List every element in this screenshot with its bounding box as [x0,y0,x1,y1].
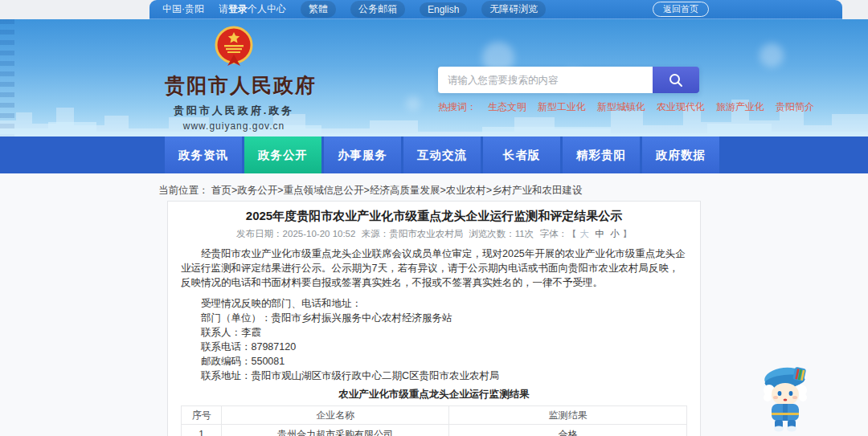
nav-item-zhengwuzixun[interactable]: 政务资讯 [165,137,242,173]
region-label[interactable]: 中国·贵阳 [162,2,204,16]
company-name: 贵州合力超市采购有限公司 [222,425,449,436]
view-count: 浏览次数：11次 [469,229,534,238]
mascot-character[interactable] [760,361,813,435]
search-input[interactable] [438,67,653,93]
article-meta: 发布日期：2025-10-20 10:52 来源：贵阳市农业农村局 浏览次数：1… [181,228,687,240]
breadcrumb-label: 当前位置： [158,185,209,196]
col-header-result: 监测结果 [449,406,687,425]
table-row: 1 贵州合力超市采购有限公司 合格 [182,425,687,436]
hot-word[interactable]: 贵阳简介 [776,100,814,114]
font-size-label: 字体：【 [539,229,576,238]
search-block: 热搜词： 生态文明 新型工业化 新型城镇化 农业现代化 旅游产业化 贵阳简介 [438,67,703,114]
font-size-small-button[interactable]: 小 [610,229,620,238]
hot-search-row: 热搜词： 生态文明 新型工业化 新型城镇化 农业现代化 旅游产业化 贵阳简介 [438,100,703,114]
table-header-row: 序号 企业名称 监测结果 [182,406,687,425]
hot-search-label: 热搜词： [438,100,477,114]
hot-word[interactable]: 旅游产业化 [716,100,764,114]
hot-word[interactable]: 新型工业化 [538,100,586,114]
article-title: 2025年度贵阳市农业产业化市级重点龙头企业运行监测和评定结果公示 [181,208,687,224]
monitor-result: 合格 [449,425,687,436]
breadcrumb-path[interactable]: 首页>政务公开>重点领域信息公开>经济高质量发展>农业农村>乡村产业和农田建设 [211,185,583,196]
site-url: www.guiyang.gov.cn [165,120,303,132]
publish-date: 发布日期：2025-10-20 10:52 [236,229,355,238]
topbar-row: 中国·贵阳 请登录个人中心 繁體 公务邮箱 English 无障碍浏览 返回首页 [0,0,868,19]
contact-address: 联系地址：贵阳市观山湖区市级行政中心二期C区贵阳市农业农村局 [181,369,687,383]
national-emblem-icon [213,26,255,71]
english-link[interactable]: English [420,2,467,17]
traditional-chinese-link[interactable]: 繁體 [301,1,336,18]
contact-department: 部门（单位）：贵阳市乡村振兴服务中心农村经济服务站 [181,311,687,325]
site-header: 贵阳市人民政府 贵阳市人民政府.政务 www.guiyang.gov.cn 热搜… [0,19,868,137]
nav-item-banshifuwu[interactable]: 办事服务 [324,137,401,173]
breadcrumb: 当前位置： 首页>政务公开>重点领域信息公开>经济高质量发展>农业农村>乡村产业… [0,173,868,198]
monitoring-results-table: 序号 企业名称 监测结果 1 贵州合力超市采购有限公司 合格 2 贵州友禾种业有… [181,405,687,436]
article-source: 来源：贵阳市农业农村局 [362,229,464,238]
contact-postcode: 邮政编码：550081 [181,354,687,369]
content-area: 当前位置： 首页>政务公开>重点领域信息公开>经济高质量发展>农业农村>乡村产业… [0,173,868,436]
main-nav: 政务资讯 政务公开 办事服务 互动交流 长者版 精彩贵阳 政府数据 [0,137,868,173]
nav-item-zhengwugongkai[interactable]: 政务公开 [244,137,321,173]
back-to-home-button[interactable]: 返回首页 [653,2,709,17]
search-button[interactable] [653,67,699,93]
topbar: 中国·贵阳 请登录个人中心 繁體 公务邮箱 English 无障碍浏览 返回首页 [149,0,842,19]
col-header-index: 序号 [182,406,222,425]
article-paragraph: 经贵阳市农业产业化市级重点龙头企业联席会议成员单位审定，现对2025年开展的农业… [181,247,687,290]
article-paragraph: 受理情况反映的部门、电话和地址： [181,296,687,311]
official-mailbox-link[interactable]: 公务邮箱 [350,1,405,18]
table-caption: 农业产业化市级重点龙头企业运行监测结果 [181,388,687,401]
article-card: 2025年度贵阳市农业产业化市级重点龙头企业运行监测和评定结果公示 发布日期：2… [167,201,701,436]
login-strong[interactable]: 登录 [228,3,248,14]
contact-phone: 联系电话：87987120 [181,340,687,354]
nav-item-zhangzheban[interactable]: 长者版 [483,137,560,173]
site-subtitle: 贵阳市人民政府.政务 [165,104,303,118]
site-title: 贵阳市人民政府 [165,72,303,99]
col-header-company: 企业名称 [222,406,449,425]
login-link[interactable]: 请登录个人中心 [219,2,286,16]
font-size-large-button[interactable]: 大 [579,229,589,238]
hot-word[interactable]: 农业现代化 [657,100,705,114]
accessibility-link[interactable]: 无障碍浏览 [481,1,546,18]
nav-item-jingcaiguiyang[interactable]: 精彩贵阳 [563,137,640,173]
hot-word[interactable]: 生态文明 [488,100,526,114]
row-index: 1 [182,425,222,436]
search-icon [668,72,684,88]
contact-person: 联系人：李霞 [181,325,687,340]
font-size-label-end: 】 [622,229,632,238]
nav-item-hudongjiaoliu[interactable]: 互动交流 [403,137,481,173]
font-size-medium-button[interactable]: 中 [595,229,604,238]
bokeh-decoration [760,43,784,67]
site-logo-block[interactable]: 贵阳市人民政府 贵阳市人民政府.政务 www.guiyang.gov.cn [165,26,303,132]
nav-item-zhengfushuju[interactable]: 政府数据 [642,137,719,173]
hot-word[interactable]: 新型城镇化 [597,100,645,114]
